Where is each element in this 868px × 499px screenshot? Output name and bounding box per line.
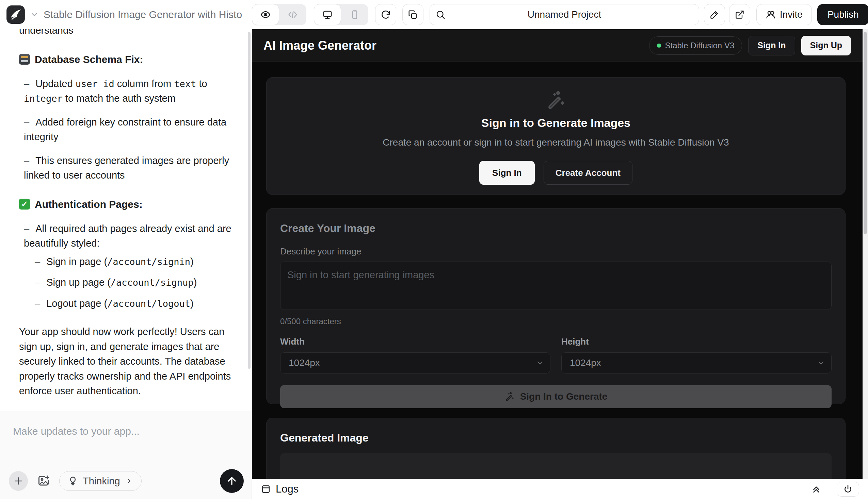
stop-app-button[interactable] xyxy=(837,482,859,497)
divider xyxy=(829,482,829,496)
hero-sign-in-button[interactable]: Sign In xyxy=(479,161,535,185)
chat-list: –Updated user_id column from text to int… xyxy=(19,76,233,183)
generate-button[interactable]: Sign In to Generate xyxy=(280,385,832,408)
char-counter: 0/500 characters xyxy=(280,317,832,326)
magic-wand-icon xyxy=(546,90,566,110)
app-header: AI Image Generator Stable Diffusion V3 S… xyxy=(252,29,863,62)
model-badge-label: Stable Diffusion V3 xyxy=(665,41,735,50)
chevron-down-icon[interactable] xyxy=(30,10,39,19)
generate-label: Sign In to Generate xyxy=(520,391,608,402)
width-label: Width xyxy=(280,337,550,347)
chat-scroll-area[interactable]: understands Database Schema Fix:–Updated… xyxy=(0,29,251,412)
project-url-bar[interactable]: Unnamed Project xyxy=(430,4,699,25)
hero-create-account-button[interactable]: Create Account xyxy=(544,161,632,185)
chat-list-item: –Added foreign key constraint to ensure … xyxy=(24,115,233,145)
check-emoji xyxy=(19,199,30,209)
chat-list-item: –All required auth pages already exist a… xyxy=(24,221,233,311)
height-label: Height xyxy=(561,337,832,347)
publish-button[interactable]: Publish xyxy=(817,4,868,25)
chevron-right-icon xyxy=(125,477,133,485)
rename-button[interactable] xyxy=(704,4,725,25)
chevron-down-icon xyxy=(536,359,544,367)
create-image-card: Create Your Image Describe your image 0/… xyxy=(266,208,845,404)
chat-text: ) xyxy=(190,256,194,267)
invite-button[interactable]: Invite xyxy=(756,4,812,25)
expand-logs-button[interactable] xyxy=(811,484,821,494)
generated-image-placeholder xyxy=(280,453,832,479)
image-plus-icon xyxy=(37,475,50,487)
preview-scrollbar-thumb[interactable] xyxy=(864,32,867,234)
inline-code: user_id xyxy=(75,78,114,89)
hero-title: Sign in to Generate Images xyxy=(266,116,845,130)
project-name: Unnamed Project xyxy=(430,9,699,20)
chat-list-item: –Logout page (/account/logout) xyxy=(35,296,233,311)
pencil-icon xyxy=(710,10,719,20)
search-icon xyxy=(435,10,445,20)
inline-code: /account/signup xyxy=(111,277,194,288)
plus-icon xyxy=(13,476,24,486)
code-toggle-button[interactable] xyxy=(279,4,306,25)
chat-text: Updated xyxy=(35,78,75,89)
copy-page-button[interactable] xyxy=(402,4,424,25)
inline-code: text xyxy=(174,78,196,89)
thinking-mode-selector[interactable]: Thinking xyxy=(59,471,142,491)
logs-bar: Logs xyxy=(252,479,868,499)
status-dot xyxy=(657,44,661,48)
sign-in-hero-card: Sign in to Generate Images Create an acc… xyxy=(266,77,845,195)
list-dash: – xyxy=(35,298,40,309)
logs-label: Logs xyxy=(276,483,298,495)
add-image-button[interactable] xyxy=(37,475,50,487)
app-preview: AI Image Generator Stable Diffusion V3 S… xyxy=(252,29,863,479)
prompt-textarea[interactable] xyxy=(280,261,832,310)
chat-paragraph: Your app should now work perfectly! User… xyxy=(19,325,233,399)
chat-text: Sign in page ( xyxy=(46,256,107,267)
chat-heading-text: Database Schema Fix: xyxy=(35,52,143,67)
desktop-view-button[interactable] xyxy=(314,4,341,25)
app-logo[interactable] xyxy=(6,5,25,24)
chat-text: ) xyxy=(190,298,194,309)
open-external-button[interactable] xyxy=(729,4,750,25)
list-dash: – xyxy=(35,277,40,288)
refresh-button[interactable] xyxy=(375,4,396,25)
composer: Make updates to your app... Thinking xyxy=(0,412,251,499)
chat-text: This ensures generated images are proper… xyxy=(24,155,229,181)
app-title: AI Image Generator xyxy=(263,38,377,53)
mobile-view-button[interactable] xyxy=(341,4,368,25)
refresh-icon xyxy=(381,10,391,20)
browser-window-icon xyxy=(261,484,271,494)
chat-heading-text: Authentication Pages: xyxy=(35,197,143,212)
chevron-down-icon xyxy=(817,359,825,367)
composer-input[interactable]: Make updates to your app... xyxy=(0,412,251,437)
height-select[interactable]: 1024px xyxy=(561,352,832,374)
list-dash: – xyxy=(35,256,40,267)
send-button[interactable] xyxy=(220,469,244,493)
add-attachment-button[interactable] xyxy=(9,471,28,491)
device-toggle xyxy=(314,4,368,25)
list-dash: – xyxy=(24,117,29,127)
chat-message-body: Database Schema Fix:–Updated user_id col… xyxy=(19,52,233,399)
chat-text: Added foreign key constraint to ensure d… xyxy=(24,117,226,143)
preview-toggle-button[interactable] xyxy=(252,4,279,25)
width-value: 1024px xyxy=(289,357,320,368)
hero-subtitle: Create an account or sign in to start ge… xyxy=(266,137,845,148)
header-sign-in-button[interactable]: Sign In xyxy=(748,36,795,56)
clipped-chat-line: understands xyxy=(19,29,233,38)
inline-code: /account/logout xyxy=(107,298,190,309)
header-sign-in-label: Sign In xyxy=(757,40,786,50)
inline-code: /account/signin xyxy=(107,256,190,267)
chat-scrollbar[interactable] xyxy=(248,32,251,369)
width-select[interactable]: 1024px xyxy=(280,352,550,374)
invite-label: Invite xyxy=(780,9,802,20)
chat-list-item: –Sign up page (/account/signup) xyxy=(35,275,233,290)
eye-icon xyxy=(260,10,271,20)
generated-image-card: Generated Image xyxy=(266,418,845,479)
hero-create-account-label: Create Account xyxy=(556,168,620,178)
phone-icon xyxy=(350,10,359,20)
create-card-title: Create Your Image xyxy=(280,222,832,235)
header-sign-up-label: Sign Up xyxy=(810,40,842,50)
list-dash: – xyxy=(24,223,29,234)
top-bar: Stable Diffusion Image Generator with Hi… xyxy=(0,0,868,29)
chat-text: to match the auth system xyxy=(63,93,176,104)
height-value: 1024px xyxy=(570,357,601,368)
header-sign-up-button[interactable]: Sign Up xyxy=(801,36,851,56)
